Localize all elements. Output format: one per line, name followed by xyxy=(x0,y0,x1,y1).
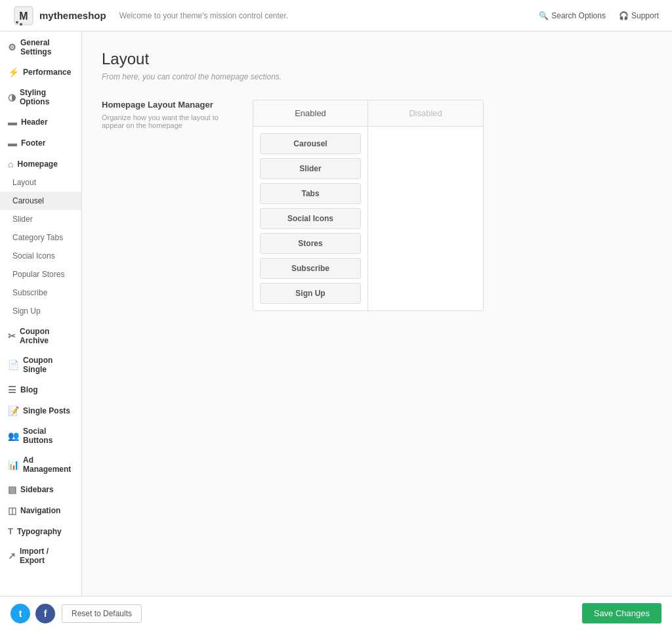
navigation-icon: ◫ xyxy=(8,505,16,516)
page-subtitle: From here, you can control the homepage … xyxy=(102,72,652,81)
sidebar-sub-slider[interactable]: Slider xyxy=(0,210,81,228)
single-posts-icon: 📝 xyxy=(8,406,19,416)
sidebar-sub-subscribe[interactable]: Subscribe xyxy=(0,284,81,302)
top-bar: M mythemeshop Welcome to your theme's mi… xyxy=(0,0,672,32)
ad-management-icon: 📊 xyxy=(8,459,19,470)
bottom-bar: t f Reset to Defaults Save Changes xyxy=(0,596,672,630)
styling-icon xyxy=(8,92,16,102)
disabled-column-items xyxy=(368,127,483,310)
sidebar: General Settings Performance Styling Opt… xyxy=(0,32,82,596)
layout-columns-container: Enabled Carousel Slider Tabs Social Icon… xyxy=(253,100,484,311)
top-bar-actions: 🔍 Search Options 🎧 Support xyxy=(539,11,659,20)
sidebar-item-performance[interactable]: Performance xyxy=(0,60,81,81)
sidebar-item-sidebars[interactable]: ▤ Sidebars xyxy=(0,478,81,499)
blog-icon: ☰ xyxy=(8,385,16,395)
sidebars-icon: ▤ xyxy=(8,484,16,495)
footer-icon: ▬ xyxy=(8,138,17,148)
sidebar-sub-popular-stores[interactable]: Popular Stores xyxy=(0,265,81,284)
search-icon: 🔍 xyxy=(539,11,549,20)
layout-item-slider[interactable]: Slider xyxy=(260,158,361,179)
sidebar-item-coupon-archive[interactable]: ✂ Coupon Archive xyxy=(0,320,81,349)
enabled-column: Enabled Carousel Slider Tabs Social Icon… xyxy=(253,100,368,310)
sidebar-item-homepage[interactable]: ⌂ Homepage xyxy=(0,152,81,173)
bolt-icon xyxy=(8,67,19,77)
sidebar-item-typography[interactable]: T Typography xyxy=(0,520,81,540)
logo-text: mythemeshop xyxy=(39,10,106,21)
tagline: Welcome to your theme's mission control … xyxy=(119,11,289,20)
twitter-button[interactable]: t xyxy=(10,604,30,623)
layout-manager-description: Organize how you want the layout to appe… xyxy=(102,114,233,129)
page-title: Layout xyxy=(102,50,652,68)
content-area: Layout From here, you can control the ho… xyxy=(82,32,672,596)
home-icon: ⌂ xyxy=(8,159,13,169)
disabled-column-header: Disabled xyxy=(368,100,483,127)
sidebar-sub-layout[interactable]: Layout xyxy=(0,173,81,192)
save-button[interactable]: Save Changes xyxy=(582,603,662,623)
typography-icon: T xyxy=(8,526,13,536)
layout-manager-title: Homepage Layout Manager xyxy=(102,100,233,110)
facebook-button[interactable]: f xyxy=(35,604,55,623)
gear-icon xyxy=(8,42,16,52)
layout-item-sign-up[interactable]: Sign Up xyxy=(260,283,361,304)
sidebar-item-import-export[interactable]: ↗ Import / Export xyxy=(0,540,81,569)
import-export-icon: ↗ xyxy=(8,551,16,561)
header-icon: ▬ xyxy=(8,117,17,127)
social-icons-bottom: t f xyxy=(10,604,55,623)
svg-point-3 xyxy=(20,23,22,26)
svg-point-2 xyxy=(16,21,18,24)
logo-icon: M xyxy=(13,5,34,26)
coupon-icon: ✂ xyxy=(8,331,16,341)
sidebar-sub-social-icons[interactable]: Social Icons xyxy=(0,247,81,265)
sidebar-item-social-buttons[interactable]: 👥 Social Buttons xyxy=(0,420,81,449)
layout-item-carousel[interactable]: Carousel xyxy=(260,133,361,154)
sidebar-item-single-posts[interactable]: 📝 Single Posts xyxy=(0,399,81,420)
layout-item-social-icons[interactable]: Social Icons xyxy=(260,208,361,229)
layout-manager-section: Homepage Layout Manager Organize how you… xyxy=(102,100,652,311)
coupon-single-icon: 📄 xyxy=(8,360,19,370)
sidebar-sub-sign-up[interactable]: Sign Up xyxy=(0,302,81,320)
layout-manager-info: Homepage Layout Manager Organize how you… xyxy=(102,100,233,129)
sidebar-sub-carousel[interactable]: Carousel xyxy=(0,192,81,210)
sidebar-item-blog[interactable]: ☰ Blog xyxy=(0,378,81,399)
layout-item-stores[interactable]: Stores xyxy=(260,233,361,254)
social-buttons-icon: 👥 xyxy=(8,430,19,441)
sidebar-sub-category-tabs[interactable]: Category Tabs xyxy=(0,228,81,247)
enabled-column-items: Carousel Slider Tabs Social Icons Stores… xyxy=(253,127,368,310)
sidebar-item-navigation[interactable]: ◫ Navigation xyxy=(0,499,81,520)
support-link[interactable]: 🎧 Support xyxy=(619,11,659,20)
sidebar-item-styling-options[interactable]: Styling Options xyxy=(0,81,81,110)
disabled-column: Disabled xyxy=(368,100,483,310)
layout-item-subscribe[interactable]: Subscribe xyxy=(260,258,361,279)
reset-button[interactable]: Reset to Defaults xyxy=(62,604,142,623)
search-options-link[interactable]: 🔍 Search Options xyxy=(539,11,606,20)
enabled-column-header: Enabled xyxy=(253,100,368,127)
logo: M mythemeshop xyxy=(13,5,106,26)
sidebar-item-general-settings[interactable]: General Settings xyxy=(0,32,81,60)
sidebar-item-ad-management[interactable]: 📊 Ad Management xyxy=(0,449,81,478)
sidebar-item-footer[interactable]: ▬ Footer xyxy=(0,131,81,152)
main-wrapper: General Settings Performance Styling Opt… xyxy=(0,32,672,596)
svg-text:M: M xyxy=(19,10,28,22)
sidebar-item-coupon-single[interactable]: 📄 Coupon Single xyxy=(0,349,81,378)
layout-item-tabs[interactable]: Tabs xyxy=(260,183,361,204)
sidebar-item-header[interactable]: ▬ Header xyxy=(0,110,81,131)
support-icon: 🎧 xyxy=(619,11,629,20)
